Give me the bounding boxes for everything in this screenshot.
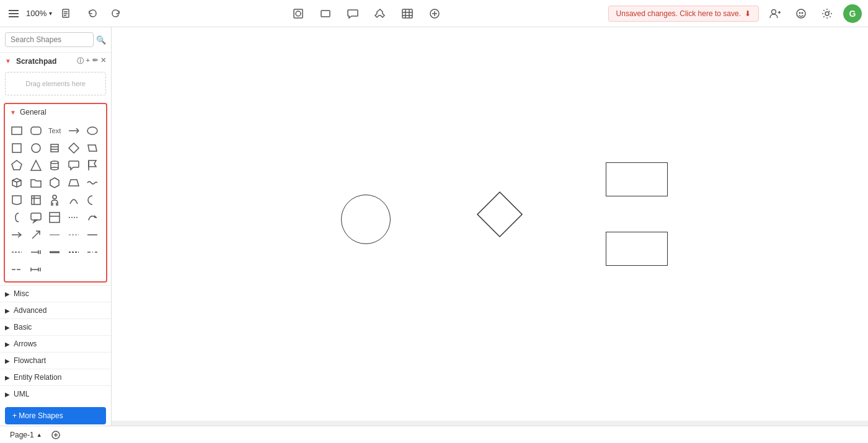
svg-marker-34 xyxy=(88,145,97,151)
shape-medium-dash[interactable] xyxy=(9,244,25,260)
menu-button[interactable] xyxy=(6,7,21,20)
more-shapes-button[interactable]: + More Shapes xyxy=(5,407,106,424)
shape-rect[interactable] xyxy=(9,123,25,139)
entity-relation-section-header[interactable]: ▶ Entity Relation xyxy=(0,369,111,385)
shape-speech-bubble[interactable] xyxy=(66,157,82,173)
scratchpad-body: Drag elements here xyxy=(5,72,106,95)
rect-tool-button[interactable] xyxy=(316,5,335,22)
shape-arrow-diagonal[interactable] xyxy=(28,227,44,243)
shapes-icon xyxy=(292,7,304,20)
shape-person[interactable] xyxy=(46,192,63,208)
misc-section-header[interactable]: ▶ Misc xyxy=(0,285,111,302)
main-area: 🔍 ▼ Scratchpad ⓘ + ✏ ✕ Drag elements her… xyxy=(0,27,868,426)
general-section-header[interactable]: ▼ General xyxy=(5,104,106,120)
shape-curved-arrow[interactable] xyxy=(84,209,100,226)
shape-square[interactable] xyxy=(9,140,25,156)
page-icon xyxy=(61,8,72,19)
svg-line-44 xyxy=(17,180,21,182)
unsaved-changes-button[interactable]: Unsaved changes. Click here to save. ⬇ xyxy=(608,6,759,22)
shape-arrow-right[interactable] xyxy=(9,227,25,243)
arrows-section-header[interactable]: ▶ Arrows xyxy=(0,335,111,352)
misc-tool-button[interactable] xyxy=(370,5,390,22)
shape-arrow-line[interactable] xyxy=(28,244,44,260)
page-button[interactable] xyxy=(57,6,76,22)
emoji-button[interactable] xyxy=(791,5,811,22)
svg-marker-46 xyxy=(50,178,59,188)
shape-rect-rounded[interactable] xyxy=(28,123,44,139)
shape-cylinder[interactable] xyxy=(46,157,63,173)
shape-parallelogram[interactable] xyxy=(84,140,100,156)
chevron-down-icon: ▼ xyxy=(5,58,11,64)
shape-diamond[interactable] xyxy=(66,140,82,156)
close-icon[interactable]: ✕ xyxy=(100,56,106,66)
undo-button[interactable] xyxy=(83,6,102,22)
chevron-right-icon: ▶ xyxy=(5,324,10,331)
shape-line[interactable] xyxy=(66,123,82,139)
svg-rect-4 xyxy=(294,9,303,18)
shape-wave[interactable] xyxy=(84,175,100,191)
canvas-area[interactable] xyxy=(112,27,868,426)
shape-thin-line[interactable] xyxy=(46,227,63,243)
advanced-section-header[interactable]: ▶ Advanced xyxy=(0,302,111,318)
add-user-button[interactable] xyxy=(765,5,785,22)
info-icon[interactable]: ⓘ xyxy=(77,56,84,66)
canvas-circle-shape[interactable] xyxy=(341,195,391,244)
uml-section-header[interactable]: ▶ UML xyxy=(0,385,111,402)
shape-folder[interactable] xyxy=(28,175,44,191)
svg-point-15 xyxy=(772,9,776,14)
user-avatar[interactable]: G xyxy=(843,4,862,23)
shape-dashed-line[interactable] xyxy=(66,209,82,226)
horizontal-scrollbar[interactable] xyxy=(112,421,868,426)
shape-ellipse[interactable] xyxy=(84,123,100,139)
canvas-rect-top[interactable] xyxy=(606,162,668,196)
shape-arc[interactable] xyxy=(66,192,82,208)
flowchart-section-header[interactable]: ▶ Flowchart xyxy=(0,352,111,369)
zoom-control[interactable]: 100% ▾ xyxy=(26,9,52,18)
svg-point-19 xyxy=(799,12,800,13)
shape-process[interactable] xyxy=(46,140,63,156)
shape-hexagon[interactable] xyxy=(46,175,63,191)
shape-bracket[interactable] xyxy=(9,209,25,226)
add-tool-button[interactable] xyxy=(425,5,445,22)
shape-thick-line[interactable] xyxy=(46,244,63,260)
add-icon[interactable]: + xyxy=(86,56,90,66)
shape-trapezoid[interactable] xyxy=(66,175,82,191)
table-tool-button[interactable] xyxy=(397,5,417,22)
redo-button[interactable] xyxy=(107,6,125,22)
add-user-icon xyxy=(769,7,781,20)
canvas-rect-bottom[interactable] xyxy=(606,232,668,266)
shape-pentagon[interactable] xyxy=(9,157,25,173)
toolbar-left: 100% ▾ xyxy=(6,6,76,22)
shape-triangle[interactable] xyxy=(28,157,44,173)
shape-double-arrow-line[interactable] xyxy=(28,261,44,278)
basic-section-header[interactable]: ▶ Basic xyxy=(0,318,111,335)
shape-text[interactable]: Text xyxy=(46,123,63,139)
svg-marker-47 xyxy=(69,180,79,186)
shape-crescent[interactable] xyxy=(84,192,100,208)
shape-dotted-dash[interactable] xyxy=(84,244,100,260)
shapes-tool-button[interactable] xyxy=(288,5,308,22)
shape-sticky[interactable] xyxy=(28,192,44,208)
shape-flag[interactable] xyxy=(84,157,100,173)
search-input[interactable] xyxy=(5,32,94,47)
svg-marker-36 xyxy=(31,160,41,170)
shape-thin-dash[interactable] xyxy=(66,227,82,243)
shape-document[interactable] xyxy=(9,192,25,208)
settings-button[interactable] xyxy=(817,5,837,22)
canvas-diamond-shape[interactable] xyxy=(475,190,525,239)
toolbar-center xyxy=(130,5,603,22)
page-tab[interactable]: Page-1 ▲ xyxy=(6,429,46,441)
shape-medium-line[interactable] xyxy=(84,227,100,243)
shape-cube[interactable] xyxy=(9,175,25,191)
shape-note[interactable] xyxy=(46,209,63,226)
toolbar-right: Unsaved changes. Click here to save. ⬇ xyxy=(608,4,862,23)
add-page-button[interactable] xyxy=(51,430,61,440)
shape-callout[interactable] xyxy=(28,209,44,226)
emoji-icon xyxy=(795,7,807,20)
chat-tool-button[interactable] xyxy=(343,5,363,22)
shape-thick-dash[interactable] xyxy=(66,244,82,260)
edit-icon[interactable]: ✏ xyxy=(92,56,98,66)
svg-marker-55 xyxy=(33,220,37,222)
shape-circle[interactable] xyxy=(28,140,44,156)
shape-long-dash[interactable] xyxy=(9,261,25,278)
